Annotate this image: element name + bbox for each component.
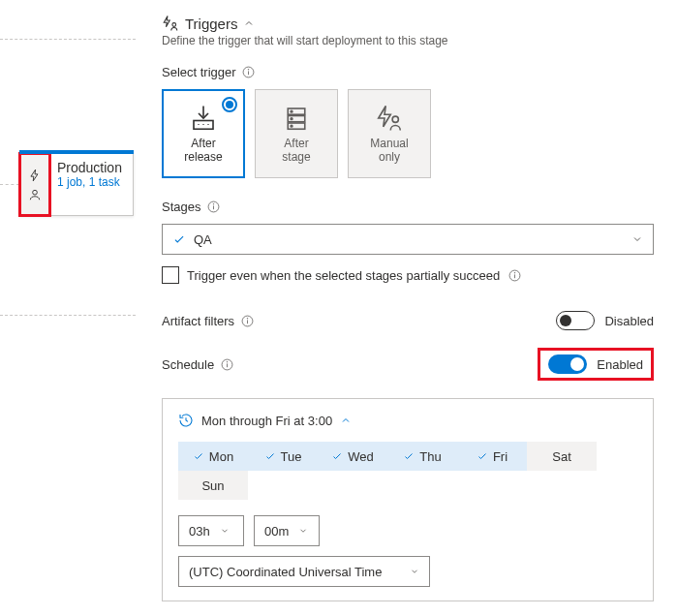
- days-row: MonTueWedThuFriSatSun: [178, 442, 637, 500]
- svg-point-12: [291, 110, 292, 112]
- lightning-icon: [28, 169, 42, 182]
- svg-point-1: [172, 23, 176, 27]
- trigger-option-manual-only[interactable]: Manual only: [348, 89, 431, 178]
- stage-subtitle: 1 job, 1 task: [57, 175, 125, 189]
- checkbox[interactable]: [162, 266, 179, 284]
- svg-point-21: [514, 272, 515, 273]
- day-chip-fri[interactable]: Fri: [457, 442, 527, 471]
- pipeline-canvas: Production 1 job, 1 task: [0, 0, 136, 616]
- day-label: Fri: [493, 449, 508, 464]
- trigger-label: Manual only: [370, 137, 408, 165]
- svg-point-27: [227, 361, 228, 362]
- stage-card-production[interactable]: Production 1 job, 1 task: [19, 153, 134, 216]
- svg-point-13: [291, 117, 292, 119]
- minute-select[interactable]: 00m: [254, 515, 320, 546]
- day-label: Wed: [348, 449, 374, 464]
- day-label: Tue: [281, 449, 302, 464]
- check-icon: [172, 232, 186, 246]
- chevron-down-icon: [631, 233, 643, 245]
- artifact-filters-state: Disabled: [604, 314, 654, 328]
- stages-label: Stages: [162, 200, 200, 214]
- schedule-box: Mon through Fri at 3:00 MonTueWedThuFriS…: [162, 398, 654, 601]
- stage-predeploy-conditions[interactable]: [20, 154, 49, 215]
- trigger-label: After stage: [282, 137, 310, 165]
- schedule-row: Schedule Enabled: [162, 348, 654, 381]
- check-icon: [477, 450, 488, 462]
- chevron-down-icon: [410, 567, 419, 576]
- stages-select[interactable]: QA: [162, 224, 654, 255]
- chevron-up-icon: [243, 17, 255, 29]
- trigger-option-after-stage[interactable]: After stage: [255, 89, 338, 178]
- chevron-down-icon: [298, 526, 308, 536]
- artifact-filters-label: Artifact filters: [162, 314, 234, 328]
- hour-value: 03h: [189, 524, 210, 539]
- day-label: Mon: [209, 449, 233, 464]
- schedule-toggle-highlight: Enabled: [538, 348, 654, 381]
- svg-point-0: [32, 190, 37, 195]
- check-icon: [264, 450, 276, 462]
- artifact-filters-toggle[interactable]: [556, 311, 595, 330]
- svg-point-24: [247, 318, 248, 319]
- connector-line: [0, 315, 136, 316]
- stage-title: Production: [57, 160, 125, 175]
- panel-header[interactable]: Triggers: [162, 15, 654, 32]
- connector-line: [0, 184, 19, 185]
- day-chip-sun[interactable]: Sun: [178, 471, 248, 500]
- day-chip-thu[interactable]: Thu: [387, 442, 457, 471]
- schedule-summary: Mon through Fri at 3:00: [201, 414, 332, 428]
- lightning-person-icon: [375, 104, 404, 133]
- panel-title: Triggers: [185, 15, 237, 32]
- trigger-label: After release: [184, 137, 222, 165]
- info-icon[interactable]: [508, 268, 521, 282]
- select-trigger-label: Select trigger: [162, 65, 236, 79]
- artifact-filters-row: Artifact filters Disabled: [162, 311, 654, 330]
- svg-point-18: [213, 203, 214, 204]
- day-label: Thu: [419, 449, 441, 464]
- stage-body[interactable]: Production 1 job, 1 task: [49, 154, 133, 215]
- day-chip-sat[interactable]: Sat: [527, 442, 597, 471]
- minute-value: 00m: [264, 524, 289, 539]
- timezone-value: (UTC) Coordinated Universal Time: [189, 565, 382, 579]
- clock-history-icon: [178, 413, 194, 428]
- hour-select[interactable]: 03h: [178, 515, 244, 546]
- schedule-summary-row[interactable]: Mon through Fri at 3:00: [178, 413, 637, 428]
- chevron-down-icon: [220, 526, 230, 536]
- day-chip-wed[interactable]: Wed: [318, 442, 387, 471]
- select-trigger-row: Select trigger: [162, 65, 654, 79]
- stages-row: Stages: [162, 200, 654, 214]
- schedule-label: Schedule: [162, 357, 214, 372]
- lightning-user-icon: [162, 15, 179, 32]
- info-icon[interactable]: [240, 314, 254, 327]
- server-icon: [282, 104, 311, 133]
- trigger-options: After release After stage Manual only: [162, 89, 654, 178]
- stages-selected-value: QA: [194, 232, 212, 247]
- svg-point-4: [248, 69, 249, 70]
- check-icon: [403, 450, 415, 462]
- timezone-select[interactable]: (UTC) Coordinated Universal Time: [178, 556, 430, 587]
- radio-selected-icon: [222, 97, 237, 112]
- download-box-icon: [189, 104, 218, 133]
- schedule-state: Enabled: [597, 357, 643, 372]
- info-icon[interactable]: [220, 357, 233, 371]
- day-label: Sat: [552, 449, 571, 464]
- chevron-up-icon: [340, 415, 352, 426]
- triggers-panel: Triggers Define the trigger that will st…: [138, 0, 677, 616]
- trigger-option-after-release[interactable]: After release: [162, 89, 245, 178]
- check-icon: [331, 450, 343, 462]
- check-icon: [193, 450, 204, 462]
- schedule-toggle[interactable]: [548, 354, 587, 374]
- user-icon: [28, 188, 42, 201]
- partial-succeed-row[interactable]: Trigger even when the selected stages pa…: [162, 266, 654, 284]
- svg-point-15: [392, 116, 398, 122]
- day-chip-mon[interactable]: Mon: [178, 442, 248, 471]
- day-chip-tue[interactable]: Tue: [248, 442, 318, 471]
- info-icon[interactable]: [206, 200, 220, 214]
- time-row: 03h 00m: [178, 515, 637, 546]
- info-icon[interactable]: [242, 66, 256, 79]
- connector-line: [0, 39, 136, 40]
- day-label: Sun: [201, 478, 224, 493]
- partial-succeed-label: Trigger even when the selected stages pa…: [187, 268, 500, 283]
- panel-subtitle: Define the trigger that will start deplo…: [162, 34, 654, 47]
- svg-point-14: [291, 125, 292, 127]
